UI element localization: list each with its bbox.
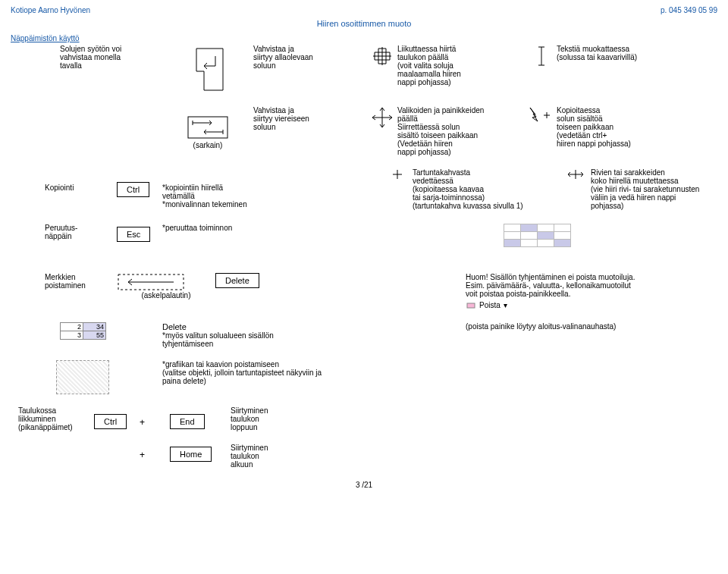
line: Siirtyminen [231,444,268,452]
line: Kopioitaessa [557,106,717,114]
desc: Vahvistaa ja siirtyy allaolevaan soluun [253,45,367,94]
line: toiseen paikkaan [557,123,717,131]
line: *peruuttaa toiminnon [162,224,306,232]
line: päällä [397,114,526,123]
desc: Tartuntakahvasta vedettäessä (kopioitaes… [413,168,560,210]
line: Siirtyminen [231,406,268,415]
line: Esim. päivämäärä-, valuutta-, kellonaika… [466,281,635,290]
line: (vie hiiri rivi- tai saraketunnusten [591,185,717,193]
line: Vahvistaa ja [253,45,367,53]
line: (tartuntakahva kuvassa sivulla 1) [413,202,560,210]
desc [11,106,162,156]
line: taulukon [231,415,268,423]
desc: Liikuttaessa hiirtä taulukon päällä (voi… [397,45,526,94]
row-tab: (sarkain) Vahvistaa ja siirtyy viereisee… [11,106,717,156]
end-key: End [170,414,205,429]
line: taulukon päällä [397,53,526,61]
desc: Solujen syötön voi vahvistaa monella tav… [11,45,162,94]
line: koko hiirellä muutettaessa [591,177,717,185]
line: Liikuttaessa hiirtä [397,45,526,53]
line: solun sisältöä [557,114,717,123]
plus-label: + [140,406,170,431]
delete-key: Delete [215,273,259,288]
esc-key: Esc [117,227,150,242]
phone: p. 045 349 05 99 [661,6,717,14]
key-col: Ctrl [94,406,140,431]
home-key: Home [170,447,212,462]
author: Kotiope Aarno Hyvönen [11,6,90,14]
line: tavalla [60,61,162,70]
line: Tartuntakahvasta [413,168,560,177]
tab-key-icon: (sarkain) [162,106,253,156]
tab-label: (sarkain) [193,141,223,149]
backspace-label: (askelpalautin) [117,291,215,300]
cell: 34 [83,323,106,331]
line: nappi pohjassa) [397,78,526,86]
desc: Huom! Sisällön tyhjentäminen ei poista m… [466,273,635,310]
page-title: Hiiren osoittimmen muoto [11,19,717,28]
desc: Kopioitaessa solun sisältöä toiseen paik… [557,106,717,156]
page-number: 3 /21 [11,481,717,489]
table-sample: 234 355 [11,322,117,348]
desc: Rivien tai sarakkeiden koko hiirellä muu… [591,168,717,210]
line: vedettäessä [413,177,560,185]
desc: *kopiointiin hiirellä vetämällä *monival… [162,168,306,210]
desc: Delete *myös valitun solualueen sisällön… [162,322,329,348]
cell: 2 [61,323,83,331]
cross-cursor-icon [367,45,397,94]
line: Solujen syötön voi [60,45,162,53]
enter-key-icon [162,45,253,94]
dropdown-icon: ▾ [504,301,507,309]
line: sisältö toiseen paikkaan [397,131,526,140]
line: (kopioitaessa kaavaa [413,185,560,193]
keyboard-section-title: Näppäimistön käyttö [11,34,717,42]
fill-cursor-icon [382,168,413,210]
ibeam-cursor-icon [526,45,557,94]
row-delete3: *grafiikan tai kaavion poistamiseen (val… [11,360,717,394]
line: Siirrettäessä solun [397,123,526,131]
row-enter: Solujen syötön voi vahvistaa monella tav… [11,45,717,94]
line: *grafiikan tai kaavion poistamiseen [162,360,390,369]
desc: Taulukossa liikkuminen (pikanäppäimet) [11,406,94,431]
line: (pikanäppäimet) [18,423,94,431]
line: Huom! Sisällön tyhjentäminen ei poista m… [466,273,635,281]
desc: Vahvistaa ja siirtyy viereiseen soluun [253,106,367,156]
desc: (poista painike löytyy aloitus-valinanau… [466,322,616,348]
desc: Siirtyminen taulukon loppuun [231,406,268,431]
desc: *peruuttaa toiminnon [162,224,306,247]
resize-cursor-icon [560,168,591,210]
chart-sample [11,360,117,394]
row-nav-home: + Home Siirtyminen taulukon alkuun [11,444,717,469]
move-cursor-icon [367,106,397,156]
desc: Merkkien poistaminen [11,273,117,310]
cell: 55 [83,331,106,340]
desc: Tekstiä muokattaessa (solussa tai kaavar… [557,45,717,94]
line: soluun [253,61,367,70]
svg-rect-0 [188,117,228,138]
grid-sample [504,224,571,247]
line: loppuun [231,423,268,431]
key-col: End [170,406,231,431]
ctrl-key: Ctrl [94,414,127,429]
line: *myös valitun solualueen sisällön [162,331,329,340]
line: Taulukossa [18,406,94,415]
line: (solussa tai kaavarivillä) [557,53,717,61]
ctrl-key: Ctrl [117,182,149,197]
line: voit poistaa poista-painikkeella. [466,290,635,298]
line: Peruutus- [45,224,117,232]
row-nav-end: Taulukossa liikkuminen (pikanäppäimet) C… [11,406,717,431]
line: siirtyy viereiseen [253,114,367,123]
line: nappi pohjassa) [397,148,526,156]
line: *kopiointiin hiirellä [162,183,306,192]
line: (vedetään ctrl+ [557,131,717,140]
line: Merkkien [45,273,117,281]
line: Kopiointi [45,183,117,192]
line: tai sarja-toiminnossa) [413,193,560,202]
row-copy: Kopiointi Ctrl *kopiointiin hiirellä vet… [11,168,717,210]
line: alkuun [231,460,268,469]
desc: Peruutus- näppäin [11,224,117,247]
row-delete1: Merkkien poistaminen (askelpalautin) Del… [11,273,717,310]
backspace-icon: (askelpalautin) [117,273,215,310]
line: pohjassa) [591,202,717,210]
line: siirtyy allaolevaan [253,53,367,61]
